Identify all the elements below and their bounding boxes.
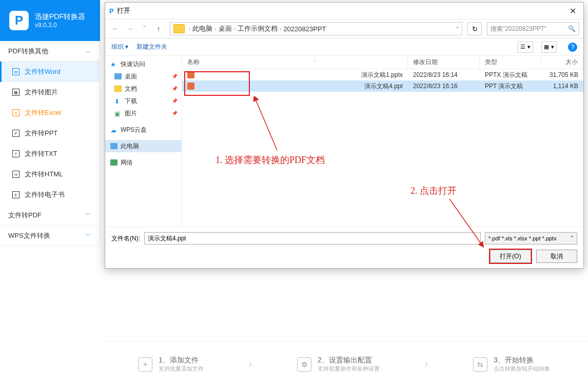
tree-network[interactable]: 网络	[105, 156, 182, 169]
ppt-icon	[187, 83, 194, 90]
tree-documents[interactable]: 文档	[105, 83, 182, 95]
desktop-icon	[114, 73, 122, 79]
view-preview-button[interactable]: ▦ ▾	[541, 42, 557, 53]
file-name: 演示文稿1.pptx	[361, 71, 403, 79]
nav-up-button[interactable]: ↑	[152, 23, 165, 35]
tree-quick-access[interactable]: ★快速访问	[105, 58, 182, 70]
steps-bar: ＋ 1、添加文件支持批量添加文件 › ⚙ 2、设置输出配置支持批量操作和各种设置…	[100, 341, 588, 387]
dialog-titlebar: P 打开 ✕	[105, 3, 583, 19]
column-date[interactable]: 修改日期	[408, 56, 480, 69]
file-row[interactable]: 演示文稿4.ppt 2022/8/23 16:16 PPT 演示文稿 1,114…	[182, 80, 583, 92]
tree-label: WPS云盘	[121, 126, 147, 134]
app-p-icon: P	[109, 7, 114, 15]
tree-this-pc[interactable]: 此电脑	[105, 140, 182, 152]
sidebar-item-ebook[interactable]: E文件转电子书	[0, 185, 100, 205]
breadcrumb[interactable]: 20220823PPT	[283, 25, 326, 33]
dialog-toolbar: 组织 ▾ 新建文件夹 ☰ ▾ ▦ ▾ ?	[105, 38, 583, 56]
section-label: WPS文件转换	[8, 231, 50, 240]
chevron-down-icon: ˅	[571, 235, 574, 242]
crumb-sep-icon: ›	[280, 26, 281, 32]
search-icon[interactable]: 🔍	[568, 25, 576, 32]
path-bar[interactable]: › 此电脑 › 桌面 › 工作示例文档 › 20220823PPT ˅	[170, 22, 462, 35]
search-placeholder: 搜索"20220823PPT"	[491, 25, 546, 33]
folder-icon	[114, 86, 122, 92]
step-desc: 支持批量操作和各种设置	[318, 365, 380, 373]
nav-recent-button[interactable]: ˅	[138, 23, 150, 35]
column-name[interactable]: 名称˄	[182, 56, 408, 69]
sidebar-item-label: 文件转图片	[25, 88, 58, 97]
image-icon: ▦	[12, 89, 19, 96]
sidebar-section-wps[interactable]: WPS文件转换 ﹀	[0, 226, 100, 246]
column-type[interactable]: 类型	[480, 56, 541, 69]
filetype-filter[interactable]: *.pdf *.xls *.xlsx *.ppt *.pptx˅	[485, 232, 577, 245]
step-title: 3、开始转换	[494, 356, 550, 365]
ppt-icon: P	[12, 130, 19, 137]
crumb-sep-icon: ›	[214, 26, 216, 32]
dialog-nav: ← → ˅ ↑ › 此电脑 › 桌面 › 工作示例文档 › 20220823PP…	[105, 19, 583, 38]
pptx-icon	[187, 71, 194, 78]
tree-label: 网络	[121, 158, 133, 167]
download-icon: ⬇	[114, 98, 122, 104]
refresh-button[interactable]: ↻	[467, 22, 482, 35]
html-icon: H	[12, 171, 19, 178]
filename-label: 文件名(N):	[111, 234, 140, 243]
open-file-dialog: P 打开 ✕ ← → ˅ ↑ › 此电脑 › 桌面 › 工作示例文档 › 202…	[105, 2, 584, 269]
sidebar-section-pdf-to-other[interactable]: PDF转换其他 ︿	[0, 41, 100, 62]
sidebar-item-ppt[interactable]: P文件转PPT	[0, 123, 100, 144]
tree-label: 桌面	[125, 72, 137, 81]
nav-tree: ★快速访问 桌面 文档 ⬇下载 ▣图片 ☁WPS云盘 此电脑 网络	[105, 56, 182, 227]
breadcrumb[interactable]: 此电脑	[192, 24, 212, 33]
folder-icon	[173, 24, 185, 33]
breadcrumb[interactable]: 工作示例文档	[238, 24, 278, 33]
sort-indicator-icon: ˄	[313, 60, 316, 65]
dialog-title: 打开	[117, 6, 130, 15]
sidebar-item-label: 文件转HTML	[25, 170, 63, 179]
sidebar-item-excel[interactable]: X文件转Excel	[0, 103, 100, 123]
sidebar-item-txt[interactable]: T文件转TXT	[0, 144, 100, 164]
filename-input[interactable]	[144, 232, 481, 245]
step-3: ⇆ 3、开始转换点击转换按钮开始转换	[473, 356, 550, 373]
column-size[interactable]: 大小	[541, 56, 583, 69]
sidebar-section-file-to-pdf[interactable]: 文件转PDF ﹀	[0, 205, 100, 226]
help-icon[interactable]: ?	[568, 43, 577, 52]
sidebar-item-html[interactable]: H文件转HTML	[0, 164, 100, 185]
step-title: 2、设置输出配置	[318, 356, 380, 365]
view-details-button[interactable]: ☰ ▾	[518, 42, 533, 53]
path-dropdown-icon[interactable]: ˅	[456, 26, 459, 32]
breadcrumb[interactable]: 桌面	[219, 24, 232, 33]
chevron-up-icon: ︿	[85, 47, 91, 55]
section-label: PDF转换其他	[8, 47, 48, 56]
tree-pictures[interactable]: ▣图片	[105, 107, 182, 119]
sidebar-item-label: 文件转TXT	[25, 149, 57, 158]
file-size: 31,705 KB	[541, 70, 583, 79]
app-title: 迅捷PDF转换器	[35, 12, 85, 22]
sidebar-item-label: 文件转Word	[25, 67, 61, 76]
tree-downloads[interactable]: ⬇下载	[105, 95, 182, 107]
cancel-button[interactable]: 取消	[536, 250, 577, 263]
ebook-icon: E	[12, 191, 19, 198]
new-folder-button[interactable]: 新建文件夹	[136, 43, 167, 51]
step-title: 1、添加文件	[159, 356, 204, 365]
sidebar-item-word[interactable]: W文件转Word	[0, 62, 100, 82]
nav-back-button[interactable]: ←	[109, 23, 122, 35]
file-row[interactable]: 演示文稿1.pptx 2022/8/23 16:14 PPTX 演示文稿 31,…	[182, 69, 583, 80]
tree-wps-cloud[interactable]: ☁WPS云盘	[105, 124, 182, 136]
tree-label: 文档	[125, 85, 137, 93]
sidebar-item-image[interactable]: ▦文件转图片	[0, 82, 100, 103]
open-button[interactable]: 打开(O)	[490, 250, 531, 263]
search-input[interactable]: 搜索"20220823PPT" 🔍	[487, 22, 579, 35]
tree-desktop[interactable]: 桌面	[105, 70, 182, 83]
file-date: 2022/8/23 16:16	[408, 82, 480, 91]
step-desc: 点击转换按钮开始转换	[494, 365, 550, 373]
crumb-sep-icon: ›	[189, 26, 190, 32]
organize-menu[interactable]: 组织 ▾	[111, 43, 128, 51]
step-separator-icon: ›	[249, 359, 252, 370]
file-list: 名称˄ 修改日期 类型 大小 演示文稿1.pptx 2022/8/23 16:1…	[182, 56, 583, 227]
step-separator-icon: ›	[425, 359, 428, 370]
star-icon: ★	[110, 61, 117, 67]
close-icon[interactable]: ✕	[566, 6, 579, 16]
col-label: 名称	[187, 58, 200, 67]
file-type: PPTX 演示文稿	[480, 70, 541, 80]
nav-forward-button[interactable]: →	[124, 23, 136, 35]
convert-icon: ⇆	[473, 357, 487, 372]
